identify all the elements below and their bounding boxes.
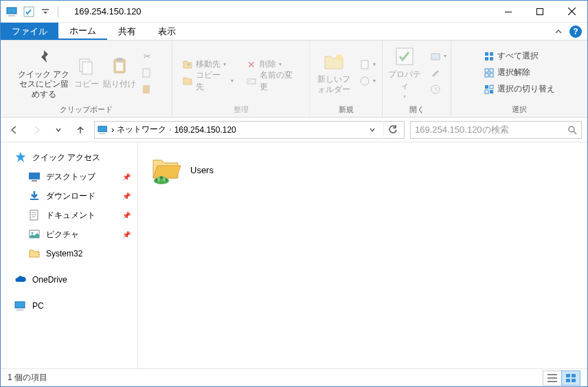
navitem-system32[interactable]: System32 (1, 244, 137, 263)
svg-rect-55 (566, 379, 570, 382)
pin-icon: 📌 (122, 212, 131, 219)
folder-icon (28, 247, 41, 260)
new-folder-button[interactable]: 新しいフォルダー (313, 49, 355, 96)
up-button[interactable] (72, 122, 89, 138)
collapse-ribbon-icon[interactable] (554, 27, 563, 36)
navitem-pictures[interactable]: ピクチャ 📌 (1, 225, 137, 244)
pin-icon: 📌 (122, 173, 131, 181)
delete-icon: ✕ (246, 59, 257, 70)
refresh-button[interactable] (383, 121, 401, 139)
svg-rect-48 (157, 177, 160, 181)
svg-point-17 (361, 77, 369, 85)
rename-icon (246, 76, 257, 87)
navitem-onedrive[interactable]: OneDrive (1, 270, 137, 289)
rename-button[interactable]: 名前の変更 (242, 73, 304, 89)
tab-view[interactable]: 表示 (147, 23, 187, 40)
navitem-pc[interactable]: PC (1, 296, 137, 316)
svg-rect-16 (361, 60, 368, 69)
tab-home[interactable]: ホーム (58, 23, 107, 40)
titlebar: 169.254.150.120 (1, 1, 587, 23)
tab-file[interactable]: ファイル (1, 23, 58, 40)
qat-dropdown-icon[interactable] (39, 5, 52, 18)
forward-button[interactable] (28, 122, 45, 138)
open-icon (430, 51, 441, 62)
svg-rect-0 (7, 8, 16, 14)
address-dropdown-icon[interactable] (364, 122, 381, 138)
navitem-documents[interactable]: ドキュメント 📌 (1, 206, 137, 225)
view-large-icons-button[interactable] (561, 371, 580, 386)
crumb-host[interactable]: 169.254.150.120 (174, 125, 236, 135)
edit-button[interactable] (426, 65, 451, 81)
history-button[interactable] (426, 81, 451, 98)
content-pane[interactable]: Users (138, 142, 587, 368)
svg-rect-29 (485, 85, 488, 89)
invert-selection-button[interactable]: 選択の切り替え (479, 81, 559, 98)
pin-to-quick-access-button[interactable]: クイック アクセスにピン留めする (16, 45, 71, 100)
svg-rect-56 (572, 379, 576, 382)
new-item-icon (359, 59, 370, 70)
paste-button[interactable]: 貼り付け (102, 54, 137, 91)
cut-icon: ✂ (142, 51, 152, 62)
easy-access-button[interactable]: ▾ (355, 73, 380, 89)
copy-icon (76, 55, 98, 77)
window-title: 169.254.150.120 (74, 6, 142, 16)
search-input[interactable] (415, 124, 567, 135)
copy-button[interactable]: コピー (71, 54, 102, 91)
invert-icon (484, 84, 495, 95)
copy-path-button[interactable] (137, 65, 157, 81)
navigation-pane[interactable]: クイック アクセス デスクトップ 📌 ダウンロード 📌 ドキュメント 📌 (1, 142, 138, 368)
location-pc-icon (98, 124, 109, 135)
separator (58, 5, 58, 18)
navitem-downloads[interactable]: ダウンロード 📌 (1, 186, 137, 206)
svg-rect-14 (247, 79, 251, 84)
onedrive-icon (14, 274, 27, 286)
maximize-button[interactable] (524, 1, 556, 23)
svg-rect-49 (163, 177, 166, 181)
list-item[interactable]: Users (146, 151, 297, 189)
view-details-button[interactable] (543, 371, 562, 386)
navitem-quick-access[interactable]: クイック アクセス (1, 148, 137, 167)
svg-rect-53 (566, 374, 570, 377)
svg-rect-7 (82, 62, 92, 74)
new-item-button[interactable]: ▾ (355, 56, 380, 73)
minimize-button[interactable] (493, 1, 524, 23)
ribbon-tabs: ファイル ホーム 共有 表示 ? (1, 23, 587, 41)
select-all-button[interactable]: すべて選択 (479, 48, 559, 65)
paste-shortcut-button[interactable] (137, 81, 157, 98)
close-button[interactable] (556, 1, 587, 23)
svg-rect-10 (116, 63, 123, 71)
select-none-icon (484, 67, 495, 78)
copy-to-button[interactable]: コピー先 ▾ (178, 73, 238, 89)
move-to-icon (182, 59, 193, 70)
svg-rect-40 (32, 212, 36, 213)
search-box[interactable] (410, 121, 582, 139)
crumb-network[interactable]: ネットワーク › (117, 124, 171, 135)
svg-rect-54 (572, 374, 576, 377)
svg-rect-37 (32, 180, 37, 181)
desktop-icon (28, 170, 41, 183)
svg-rect-52 (547, 381, 557, 382)
back-button[interactable] (6, 122, 23, 138)
crumb-root-sep[interactable]: › (111, 124, 114, 135)
ribbon: クイック アクセスにピン留めする コピー 貼り付け ✂ (1, 41, 587, 118)
svg-rect-5 (537, 8, 543, 14)
pin-icon: 📌 (122, 231, 131, 239)
select-none-button[interactable]: 選択解除 (479, 65, 559, 81)
open-button[interactable]: ▾ (426, 48, 451, 65)
pin-icon (33, 46, 55, 68)
help-icon[interactable]: ? (569, 25, 582, 38)
qat-properties-icon[interactable] (23, 5, 35, 18)
properties-button[interactable]: プロパティ ▾ (383, 44, 426, 101)
pc-icon (6, 5, 19, 18)
tab-share[interactable]: 共有 (107, 23, 147, 40)
navitem-desktop[interactable]: デスクトップ 📌 (1, 167, 137, 186)
address-box[interactable]: › ネットワーク › 169.254.150.120 (94, 121, 405, 139)
select-all-icon (484, 51, 495, 62)
cut-button[interactable]: ✂ (137, 48, 157, 65)
pin-icon: 📌 (122, 192, 131, 200)
search-icon[interactable] (567, 125, 577, 135)
status-bar: 1 個の項目 (1, 368, 587, 386)
svg-rect-26 (490, 69, 493, 72)
address-bar: › ネットワーク › 169.254.150.120 (1, 118, 587, 142)
recent-locations-button[interactable] (50, 122, 67, 138)
